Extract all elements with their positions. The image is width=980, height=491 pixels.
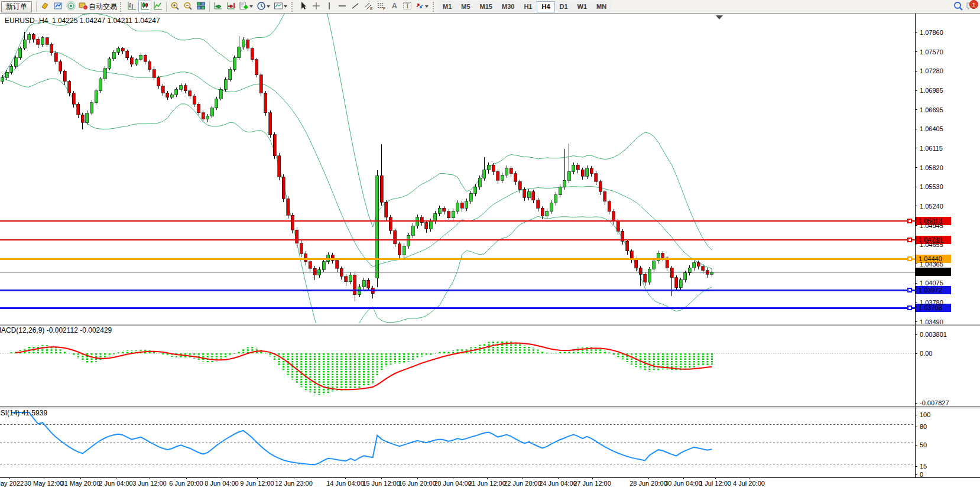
- line-chart-icon: [153, 1, 163, 12]
- horizontal-line-icon: [338, 1, 347, 12]
- tile-windows-icon: [196, 1, 206, 12]
- periods-button[interactable]: [255, 1, 272, 12]
- autoscroll-icon: [213, 1, 223, 12]
- bar-chart-icon: [127, 1, 137, 12]
- svg-text:1.07280: 1.07280: [920, 67, 943, 74]
- svg-text:1.03780: 1.03780: [920, 299, 943, 306]
- bar-chart-button[interactable]: [125, 1, 138, 12]
- svg-text:1.06695: 1.06695: [920, 106, 943, 113]
- dropdown-caret: [249, 5, 253, 8]
- svg-text:1.05820: 1.05820: [920, 164, 943, 171]
- time-axis: May 202230 May 12:0031 May 20:002 Jun 04…: [0, 477, 980, 487]
- zoom-in-button[interactable]: [168, 1, 181, 12]
- crosshair-icon: [311, 1, 321, 12]
- chart-canvas[interactable]: 1.050131.047301.044401.039721.037081.042…: [0, 0, 980, 491]
- vertical-line-button[interactable]: [323, 1, 336, 12]
- zoom-out-button[interactable]: [181, 1, 194, 12]
- svg-text:24 Jun 04:00: 24 Jun 04:00: [539, 480, 577, 487]
- autoscroll-button[interactable]: [212, 1, 225, 12]
- chart-shift-button[interactable]: [225, 1, 238, 12]
- timeframe-button-W1[interactable]: W1: [573, 1, 592, 12]
- svg-text:1.04655: 1.04655: [920, 241, 943, 248]
- svg-text:1.05530: 1.05530: [920, 183, 943, 190]
- svg-text:1.04945: 1.04945: [920, 222, 943, 229]
- crosshair-button[interactable]: [310, 1, 323, 12]
- arrows-button[interactable]: [414, 1, 431, 12]
- bollinger-bands: [2, 0, 712, 346]
- rsi-value: 41.5939: [22, 409, 47, 417]
- svg-text:-0.007827: -0.007827: [920, 399, 949, 407]
- profiles-button[interactable]: [51, 1, 64, 12]
- macd-indicator: [0, 341, 915, 395]
- templates-button[interactable]: [272, 1, 290, 12]
- chart-shift-marker[interactable]: [716, 15, 723, 19]
- fibonacci-icon: F: [377, 1, 386, 12]
- toolbar-separator: [166, 2, 167, 12]
- new-chart-button[interactable]: [38, 1, 51, 12]
- timeframe-button-H4[interactable]: H4: [537, 1, 554, 12]
- svg-text:28 Jun 20:00: 28 Jun 20:00: [629, 480, 667, 487]
- timeframe-button-H1[interactable]: H1: [519, 1, 537, 12]
- svg-text:1.04247: 1.04247: [919, 268, 942, 275]
- macd-name: MACD(12,26,9): [0, 326, 44, 334]
- svg-text:31 May 20:00: 31 May 20:00: [61, 480, 100, 487]
- toolbar-handle: [291, 2, 295, 12]
- candlestick-chart-button[interactable]: [138, 1, 151, 12]
- toolbar-separator: [36, 2, 37, 12]
- text-label-icon: T: [403, 1, 412, 12]
- vertical-line-icon: [324, 1, 334, 12]
- timeframe-button-MN[interactable]: MN: [592, 1, 611, 12]
- equidistant-channel-button[interactable]: E: [362, 1, 375, 12]
- search-button[interactable]: [952, 1, 965, 12]
- clock-icon: [257, 1, 266, 12]
- svg-text:22 Jun 20:00: 22 Jun 20:00: [504, 480, 541, 487]
- template-icon: [274, 1, 283, 12]
- horizontal-line-button[interactable]: [336, 1, 349, 12]
- svg-text:6 Jun 20:00: 6 Jun 20:00: [169, 480, 203, 487]
- rsi-name: RSI(14): [0, 409, 20, 417]
- zoom-out-icon: [183, 1, 193, 12]
- price-axis: 1.078601.075701.072801.069851.066951.064…: [915, 14, 949, 478]
- tile-windows-button[interactable]: [194, 1, 207, 12]
- new-order-button[interactable]: 新订单: [1, 1, 32, 12]
- svg-text:15: 15: [920, 463, 927, 470]
- search-icon: [953, 1, 963, 13]
- timeframe-button-M5[interactable]: M5: [456, 1, 475, 12]
- text-label-button[interactable]: T: [401, 1, 414, 12]
- svg-text:30 Jun 04:00: 30 Jun 04:00: [664, 480, 702, 487]
- text-button[interactable]: A: [388, 1, 401, 12]
- fibonacci-button[interactable]: F: [375, 1, 388, 12]
- autotrading-button[interactable]: 自动交易: [77, 1, 118, 12]
- svg-text:8 Jun 04:00: 8 Jun 04:00: [205, 480, 239, 487]
- timeframe-button-M30[interactable]: M30: [497, 1, 519, 12]
- svg-text:A: A: [392, 2, 397, 10]
- svg-text:May 2022: May 2022: [0, 480, 24, 487]
- signal-radar-icon: [66, 1, 76, 12]
- text-a-icon: A: [390, 1, 399, 12]
- line-chart-button[interactable]: [151, 1, 164, 12]
- horizontal-level-lines[interactable]: 1.050131.047301.044401.039721.037081.042…: [0, 217, 951, 312]
- timeframe-button-M1[interactable]: M1: [438, 1, 456, 12]
- autotrading-icon: [79, 1, 89, 12]
- svg-text:21 Jun 12:00: 21 Jun 12:00: [468, 480, 506, 487]
- alerts-button[interactable]: [64, 1, 77, 12]
- trendline-icon: [351, 1, 360, 12]
- trendline-button[interactable]: [349, 1, 362, 12]
- svg-text:14 Jun 04:00: 14 Jun 04:00: [326, 480, 364, 487]
- timeframe-button-D1[interactable]: D1: [555, 1, 573, 12]
- candlestick-icon: [140, 1, 150, 12]
- svg-text:0.003801: 0.003801: [920, 331, 947, 338]
- svg-text:1 Jul 12:00: 1 Jul 12:00: [699, 480, 731, 487]
- new-chart-icon: [40, 1, 50, 12]
- pane-separators[interactable]: [0, 324, 980, 408]
- svg-text:80: 80: [920, 423, 927, 430]
- timeframe-button-M15[interactable]: M15: [475, 1, 497, 12]
- indicators-button[interactable]: [238, 1, 255, 12]
- zoom-in-icon: [170, 1, 180, 12]
- cursor-button[interactable]: [297, 1, 310, 12]
- channel-icon: E: [364, 1, 373, 12]
- svg-text:100: 100: [920, 411, 930, 418]
- toolbar-right: 1: [952, 1, 979, 12]
- chat-button[interactable]: 1: [965, 1, 978, 12]
- svg-text:1.07860: 1.07860: [920, 29, 943, 36]
